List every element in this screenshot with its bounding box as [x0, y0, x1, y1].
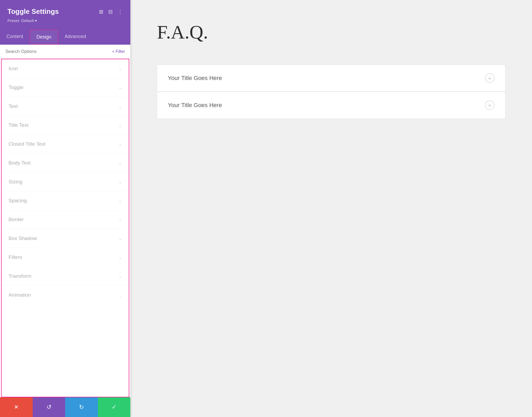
option-label: Body Text	[9, 160, 31, 166]
option-label: Title Text	[9, 122, 28, 128]
options-list: Icon ⌄ Toggle ⌄ Text ⌄ Title Text ⌄ Clos…	[1, 59, 129, 397]
panel-footer: ✕ ↺ ↻ ✓	[0, 397, 130, 417]
option-item[interactable]: Icon ⌄	[2, 59, 129, 78]
panel-preset[interactable]: Preset: Default ▾	[7, 18, 123, 23]
option-label: Icon	[9, 66, 18, 71]
tab-content[interactable]: Content	[0, 30, 30, 45]
option-item[interactable]: Animation ⌄	[2, 286, 129, 304]
faq-item-title: Your Title Goes Here	[168, 102, 222, 109]
option-item[interactable]: Closed Title Text ⌄	[2, 135, 129, 154]
chevron-down-icon: ⌄	[118, 255, 122, 260]
faq-expand-button[interactable]: +	[485, 100, 494, 110]
chevron-down-icon: ⌄	[118, 104, 122, 109]
option-label: Spacing	[9, 198, 27, 204]
filter-button[interactable]: + Filter	[112, 49, 125, 54]
option-item[interactable]: Filters ⌄	[2, 248, 129, 267]
option-label: Box Shadow	[9, 235, 37, 241]
chevron-down-icon: ⌄	[118, 293, 122, 298]
chevron-down-icon: ⌄	[118, 179, 122, 184]
option-item[interactable]: Border ⌄	[2, 210, 129, 229]
chevron-down-icon: ⌄	[118, 161, 122, 166]
faq-item-title: Your Title Goes Here	[168, 75, 222, 82]
option-label: Transform	[9, 273, 31, 279]
cancel-button[interactable]: ✕	[0, 397, 33, 417]
option-label: Closed Title Text	[9, 141, 45, 147]
faq-expand-button[interactable]: +	[485, 73, 494, 83]
save-button[interactable]: ✓	[98, 397, 131, 417]
option-item[interactable]: Title Text ⌄	[2, 116, 129, 135]
option-item[interactable]: Toggle ⌄	[2, 78, 129, 97]
chevron-down-icon: ⌄	[118, 66, 122, 71]
settings-panel: Toggle Settings ⊞ ⊟ ⋮ Preset: Default ▾ …	[0, 0, 130, 417]
option-label: Sizing	[9, 179, 22, 185]
option-item[interactable]: Transform ⌄	[2, 267, 129, 286]
option-label: Filters	[9, 254, 22, 260]
chevron-down-icon: ⌄	[118, 274, 122, 279]
option-item[interactable]: Box Shadow ⌄	[2, 229, 129, 248]
panel-title-row: Toggle Settings ⊞ ⊟ ⋮	[7, 7, 123, 16]
option-item[interactable]: Sizing ⌄	[2, 172, 129, 191]
tab-design[interactable]: Design	[30, 30, 58, 45]
chevron-down-icon: ⌄	[118, 123, 122, 128]
content-area: F.A.Q. Your Title Goes Here + Your Title…	[130, 0, 532, 417]
panel-tabs: Content Design Advanced	[0, 27, 130, 45]
faq-title: F.A.Q.	[157, 21, 505, 43]
faq-items: Your Title Goes Here + Your Title Goes H…	[157, 65, 505, 119]
tab-advanced[interactable]: Advanced	[58, 30, 92, 45]
search-bar: + Filter	[0, 45, 130, 59]
chevron-down-icon: ⌄	[118, 85, 122, 90]
redo-button[interactable]: ↻	[65, 397, 98, 417]
chevron-down-icon: ⌄	[118, 217, 122, 222]
option-label: Text	[9, 103, 18, 109]
panel-header: Toggle Settings ⊞ ⊟ ⋮ Preset: Default ▾	[0, 0, 130, 27]
option-item[interactable]: Body Text ⌄	[2, 154, 129, 172]
option-label: Toggle	[9, 85, 23, 90]
panel-title: Toggle Settings	[7, 7, 59, 16]
layout-icon[interactable]: ⊟	[108, 9, 113, 15]
faq-item[interactable]: Your Title Goes Here +	[157, 92, 505, 119]
chevron-down-icon: ⌄	[118, 236, 122, 241]
undo-button[interactable]: ↺	[33, 397, 65, 417]
chevron-down-icon: ⌄	[118, 198, 122, 203]
more-icon[interactable]: ⋮	[118, 9, 123, 15]
search-input[interactable]	[5, 49, 112, 54]
option-label: Animation	[9, 292, 31, 298]
faq-item[interactable]: Your Title Goes Here +	[157, 65, 505, 92]
target-icon[interactable]: ⊞	[99, 9, 103, 15]
chevron-down-icon: ⌄	[118, 142, 122, 147]
option-item[interactable]: Text ⌄	[2, 97, 129, 116]
option-label: Border	[9, 217, 24, 222]
option-item[interactable]: Spacing ⌄	[2, 191, 129, 210]
panel-icons: ⊞ ⊟ ⋮	[99, 9, 123, 15]
